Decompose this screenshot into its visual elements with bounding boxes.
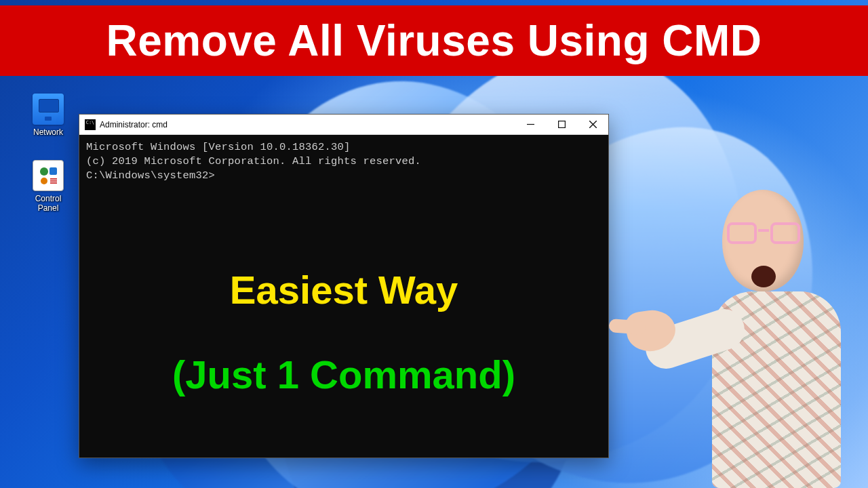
control-panel-icon — [33, 160, 64, 191]
cmd-icon: C:\ — [85, 119, 96, 130]
headline-text: Remove All Viruses Using CMD — [106, 16, 762, 66]
cmd-prompt-line: C:\Windows\system32> — [86, 169, 601, 183]
close-button[interactable] — [577, 115, 608, 135]
desktop-icon-network[interactable]: Network — [19, 94, 77, 137]
cmd-body[interactable]: Microsoft Windows [Version 10.0.18362.30… — [79, 135, 608, 458]
cmd-output-line: (c) 2019 Microsoft Corporation. All righ… — [86, 155, 601, 169]
svg-point-0 — [40, 167, 48, 176]
overlay-caption-2: (Just 1 Command) — [79, 352, 608, 397]
maximize-button[interactable] — [546, 115, 577, 135]
minimize-button[interactable] — [515, 115, 546, 135]
cmd-window-title: Administrator: cmd — [100, 120, 167, 129]
desktop-icon-control-panel[interactable]: Control Panel — [19, 160, 77, 214]
network-icon — [33, 94, 64, 125]
svg-point-2 — [41, 178, 47, 184]
cmd-window: C:\ Administrator: cmd Microsoft Windows… — [79, 114, 609, 458]
cmd-titlebar[interactable]: C:\ Administrator: cmd — [79, 115, 608, 135]
svg-rect-1 — [50, 167, 57, 175]
desktop-icon-label: Network — [19, 127, 77, 137]
desktop-icon-label: Control Panel — [19, 194, 77, 214]
cmd-output-line: Microsoft Windows [Version 10.0.18362.30… — [86, 140, 601, 155]
svg-rect-3 — [558, 121, 565, 128]
overlay-caption-1: Easiest Way — [79, 267, 608, 312]
headline-banner: Remove All Viruses Using CMD — [0, 5, 868, 76]
